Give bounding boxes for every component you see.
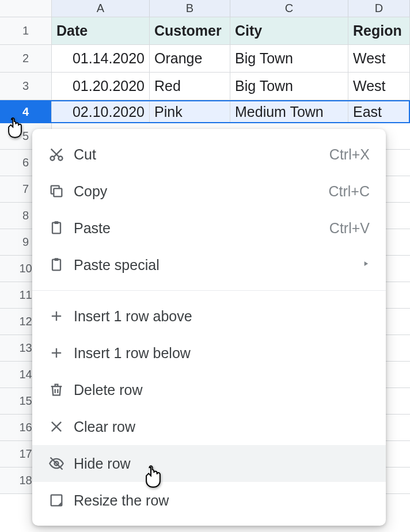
menu-cut-label: Cut [68,146,329,163]
paste-special-icon [45,257,68,273]
row-header-1[interactable]: 1 [0,17,52,44]
menu-copy-shortcut: Ctrl+C [328,183,370,200]
cell-B3[interactable]: Red [150,73,230,100]
menu-paste-label: Paste [68,220,329,237]
menu-paste-special-label: Paste special [68,257,362,273]
menu-resize-row-label: Resize the row [68,492,370,509]
menu-separator [32,290,386,291]
menu-paste[interactable]: Paste Ctrl+V [32,210,386,246]
cell-C2[interactable]: Big Town [230,45,348,72]
cell-A3[interactable]: 01.20.2020 [52,73,150,100]
cell-A4[interactable]: 02.10.2020 [52,101,150,122]
column-header-D[interactable]: D [348,0,410,17]
menu-clear-row-label: Clear row [68,419,370,435]
menu-cut[interactable]: Cut Ctrl+X [32,136,386,173]
menu-insert-above-label: Insert 1 row above [68,308,370,325]
row-header-3[interactable]: 3 [0,73,52,100]
menu-insert-below-label: Insert 1 row below [68,345,370,362]
menu-copy[interactable]: Copy Ctrl+C [32,173,386,210]
menu-delete-row[interactable]: Delete row [32,371,386,408]
menu-delete-row-label: Delete row [68,382,370,398]
menu-paste-shortcut: Ctrl+V [329,220,370,237]
cell-C1[interactable]: City [230,17,348,44]
menu-hide-row[interactable]: Hide row [32,445,386,482]
cell-D3[interactable]: West [348,73,410,100]
menu-insert-row-above[interactable]: Insert 1 row above [32,298,386,335]
menu-hide-row-label: Hide row [68,455,370,472]
cell-D4[interactable]: East [348,101,410,122]
cell-A1[interactable]: Date [52,17,150,44]
select-all-corner[interactable] [0,0,52,17]
x-icon [45,419,68,435]
svg-rect-5 [52,223,60,234]
cell-B4[interactable]: Pink [150,101,230,122]
cell-C3[interactable]: Big Town [230,73,348,100]
row-2: 2 01.14.2020 Orange Big Town West [0,45,410,73]
menu-resize-row[interactable]: Resize the row [32,482,386,519]
row-header-4[interactable]: 4 [0,101,52,122]
row-3: 3 01.20.2020 Red Big Town West [0,73,410,100]
svg-rect-7 [52,260,60,271]
plus-icon [45,308,68,324]
menu-paste-special[interactable]: Paste special [32,246,386,283]
plus-icon [45,345,68,361]
menu-cut-shortcut: Ctrl+X [329,146,370,163]
cell-D1[interactable]: Region [348,17,410,44]
column-header-B[interactable]: B [150,0,230,17]
resize-icon [45,492,68,508]
paste-icon [45,220,68,236]
svg-point-0 [51,157,55,161]
menu-insert-row-below[interactable]: Insert 1 row below [32,335,386,371]
row-4: 4 02.10.2020 Pink Medium Town East [0,100,410,123]
column-header-row: A B C D [0,0,410,17]
row-header-2[interactable]: 2 [0,45,52,72]
svg-rect-6 [55,221,59,224]
column-header-A[interactable]: A [52,0,150,17]
column-header-C[interactable]: C [230,0,348,17]
menu-copy-label: Copy [68,183,328,200]
cell-C4[interactable]: Medium Town [230,101,348,122]
menu-clear-row[interactable]: Clear row [32,408,386,445]
cell-A2[interactable]: 01.14.2020 [52,45,150,72]
row-1: 1 Date Customer City Region [0,17,410,45]
row-context-menu: Cut Ctrl+X Copy Ctrl+C Paste Ctrl+V [32,129,386,526]
cut-icon [45,146,68,162]
trash-icon [45,382,68,398]
submenu-arrow-icon [362,260,370,270]
svg-point-1 [59,157,63,161]
svg-rect-8 [55,258,59,261]
copy-icon [45,183,68,199]
cell-D2[interactable]: West [348,45,410,72]
cell-B2[interactable]: Orange [150,45,230,72]
cell-B1[interactable]: Customer [150,17,230,44]
eye-off-icon [45,455,68,472]
svg-rect-4 [54,188,62,196]
